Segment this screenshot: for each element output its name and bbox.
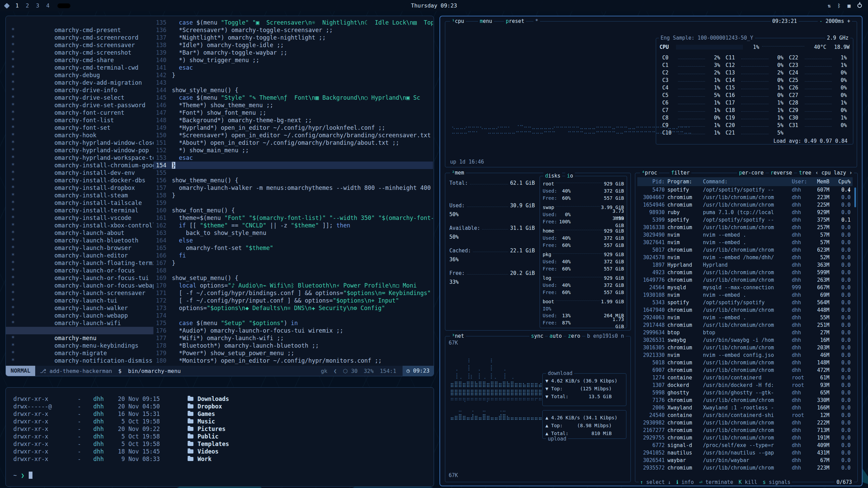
- process-row[interactable]: 1647940 chromium /usr/lib/chromium/chrom…: [637, 306, 853, 314]
- screencast-icon[interactable]: ⇅: [828, 3, 831, 9]
- file-list-item[interactable]: *omarchy-notification-dismiss: [6, 349, 153, 357]
- net-zero-toggle[interactable]: zero: [566, 333, 582, 339]
- file-list-item[interactable]: *omarchy-launch-floating-terminal-: [6, 252, 153, 259]
- file-list-item[interactable]: *omarchy-lock-screen: [6, 319, 153, 327]
- code-line[interactable]: 165 omarchy-font-set "$theme": [153, 244, 433, 252]
- process-row[interactable]: 24540 containe /usr/bin/containerd-shi r…: [637, 412, 853, 419]
- process-row[interactable]: 2917448 chromium /usr/lib/chromium/chrom…: [637, 321, 853, 329]
- code-line[interactable]: 139 *Bar*) omarchy-toggle-waybar ;;: [153, 49, 433, 56]
- code-line[interactable]: 161 theme=$(menu "Font" "$(omarchy-font-…: [153, 214, 433, 222]
- process-row[interactable]: 3024578 nvim nvim --embed /home/dhh/ dhh…: [637, 254, 853, 261]
- process-row[interactable]: 3029490 nvim nvim --embed . dhh 57M 0.0: [637, 231, 853, 239]
- code-line[interactable]: 154}: [153, 162, 433, 169]
- file-list-item[interactable]: *omarchy-install-vscode: [6, 207, 153, 214]
- workspace-button[interactable]: 1: [14, 2, 20, 9]
- process-row[interactable]: 3026541 waybar /usr/bin/waybar dhh 67M 0…: [637, 457, 853, 464]
- code-line[interactable]: 172 [ -f ~/.config/hypr/input.conf ] && …: [153, 297, 433, 304]
- code-line[interactable]: 146 *Theme*) show_theme_menu ;;: [153, 101, 433, 109]
- shell-prompt[interactable]: ~ ❯: [13, 472, 434, 479]
- file-list-item[interactable]: *omarchy-cmd-present: [6, 19, 153, 26]
- code-line[interactable]: 180 *Monitors*) open_in_editor ~/.config…: [153, 357, 433, 364]
- code-line[interactable]: 138 *Idle*) omarchy-toggle-idle ;;: [153, 41, 433, 49]
- footer-hint[interactable]: K kill: [739, 479, 757, 486]
- file-list-item[interactable]: *omarchy-drive-set-password: [6, 94, 153, 101]
- code-line[interactable]: 167}: [153, 259, 433, 267]
- file-list-item[interactable]: *omarchy-launch-wifi: [6, 312, 153, 319]
- process-row[interactable]: 7176 chromium /usr/lib/chromium/chrom dh…: [637, 396, 853, 404]
- code-line[interactable]: 171 [ -f ~/.config/hypr/bindings.conf ] …: [153, 289, 433, 297]
- process-row[interactable]: 2941052 nautilus /usr/bin/nautilus --gap…: [637, 449, 853, 457]
- file-list-item[interactable]: *omarchy-cmd-screenrecord: [6, 26, 153, 34]
- file-list-item[interactable]: *omarchy-launch-browser: [6, 237, 153, 244]
- code-line[interactable]: 156show_theme_menu() {: [153, 177, 433, 184]
- tab-cpu[interactable]: ¹cpu: [450, 18, 466, 25]
- process-row[interactable]: 1274 containe /usr/bin/containerd root 6…: [637, 374, 853, 381]
- net-auto-toggle[interactable]: auto: [548, 333, 564, 339]
- code-line[interactable]: 155: [153, 169, 433, 177]
- process-row[interactable]: 1654946 chromium /usr/lib/chromium/chrom…: [637, 201, 853, 209]
- preset-button[interactable]: preset: [504, 18, 526, 25]
- code-line[interactable]: 170 local options="♪ Audio\n⌁ Wifi\nᛒ Bl…: [153, 282, 433, 289]
- editor-terminal-window[interactable]: *omarchy-cmd-present *omarchy-cmd-screen…: [5, 16, 434, 376]
- code-line[interactable]: 141 esac: [153, 64, 433, 71]
- update-interval-control[interactable]: - 2000ms +: [818, 18, 852, 25]
- file-list-item[interactable]: *omarchy-cmd-terminal-cwd: [6, 56, 153, 64]
- process-row[interactable]: 6907 chromium /usr/lib/chromium/chrom dh…: [637, 366, 853, 374]
- tab-proc[interactable]: ⁴proc: [640, 169, 659, 176]
- file-list-item[interactable]: *omarchy-install-steam: [6, 184, 153, 192]
- process-row[interactable]: 98930 ruby puma 7.1.0 (tcp://local dhh 9…: [637, 209, 853, 216]
- process-row[interactable]: 4923 chromium /usr/lib/chromium/chrom dh…: [637, 269, 853, 276]
- code-line[interactable]: 178 *Bluetooth*) omarchy-launch-bluetoot…: [153, 342, 433, 349]
- code-line[interactable]: 174: [153, 312, 433, 319]
- process-row[interactable]: 2999634 btop btop dhh 27M 0.0: [637, 329, 853, 336]
- file-list-item[interactable]: *omarchy-launch-about: [6, 222, 153, 229]
- process-row[interactable]: 6772 signal-d /proc/self/exe --type=r dh…: [637, 442, 853, 449]
- process-row[interactable]: 5017 chromium /usr/lib/chromium/chrom dh…: [637, 246, 853, 254]
- code-line[interactable]: 140 *) show_trigger_menu ;;: [153, 56, 433, 64]
- file-list-item[interactable]: *omarchy-launch-walker: [6, 297, 153, 304]
- tree-toggle[interactable]: tree: [797, 169, 813, 176]
- os-logo-icon[interactable]: [4, 3, 10, 9]
- footer-hint[interactable]: ℹ info: [676, 479, 694, 486]
- process-row[interactable]: 2921330 nvim nvim --embed config.jso dhh…: [637, 351, 853, 359]
- footer-hint[interactable]: ↑ select ↓: [640, 479, 671, 486]
- file-list-item[interactable]: *omarchy-launch-editor: [6, 244, 153, 252]
- code-line[interactable]: 162 if [[ "$theme" == "CNCLD" || -z "$th…: [153, 222, 433, 229]
- footer-hint[interactable]: s signals: [763, 479, 790, 486]
- tab-mem[interactable]: ²mem: [450, 169, 466, 176]
- net-interface[interactable]: b enp191s0 n: [585, 333, 626, 339]
- process-row[interactable]: 5018 chromium /usr/lib/chromium/chrom dh…: [637, 359, 853, 366]
- per-core-toggle[interactable]: per-core: [737, 169, 765, 176]
- process-row[interactable]: 3016305 chromium /usr/lib/chromium/chrom…: [637, 344, 853, 351]
- file-list-item[interactable]: *omarchy-font-set: [6, 116, 153, 124]
- code-line[interactable]: 168: [153, 267, 433, 274]
- file-list-item[interactable]: *omarchy-menu-keybindings: [6, 334, 153, 342]
- file-list-item[interactable]: *omarchy-hyprland-window-close-all: [6, 131, 153, 139]
- process-row[interactable]: 2006 Xwayland Xwayland :1 -rootless - dh…: [637, 404, 853, 412]
- process-row[interactable]: 1897 Hyprland Hyprland dhh 363M 0.0: [637, 261, 853, 269]
- filter-button[interactable]: filter: [669, 169, 691, 176]
- file-list-item[interactable]: *omarchy-font-list: [6, 109, 153, 116]
- code-line[interactable]: 159: [153, 199, 433, 207]
- file-list-item[interactable]: *omarchy-install-chromium-google-a: [6, 154, 153, 162]
- file-list-item[interactable]: *omarchy-install-tailscale: [6, 192, 153, 199]
- file-list-item[interactable]: *omarchy-launch-tui: [6, 289, 153, 297]
- tray-icon[interactable]: ▦: [847, 3, 851, 9]
- process-row[interactable]: 5470 spotify /opt/spotify/spotify -- dhh…: [637, 186, 853, 194]
- file-list-item[interactable]: *omarchy-launch-or-focus: [6, 259, 153, 267]
- workspace-button[interactable]: 4: [45, 2, 51, 9]
- code-line[interactable]: 144show_style_menu() {: [153, 86, 433, 94]
- file-list-item[interactable]: *omarchy-install-dev-env: [6, 162, 153, 169]
- file-listing-terminal-window[interactable]: drwxr-xr-x - dhh 20 Nov 09:15 Downloads …: [5, 387, 434, 487]
- code-line[interactable]: 147 *Font*) show_font_menu ;;: [153, 109, 433, 116]
- code-line[interactable]: 152 *) show_main_menu ;;: [153, 147, 433, 154]
- code-line[interactable]: 179 *Power*) show_setup_power_menu ;;: [153, 349, 433, 357]
- reverse-toggle[interactable]: reverse: [769, 169, 794, 176]
- code-line[interactable]: 148 *Background*) omarchy-theme-bg-next …: [153, 116, 433, 124]
- file-list-item[interactable]: *omarchy-launch-webapp: [6, 304, 153, 312]
- tab-disks[interactable]: disks: [543, 172, 562, 179]
- workspace-button[interactable]: 3: [35, 2, 40, 9]
- code-line[interactable]: 137 *Nightlight*) omarchy-toggle-nightli…: [153, 34, 433, 41]
- process-row[interactable]: 1307 dockerd /usr/bin/dockerd -H fd: roo…: [637, 381, 853, 389]
- file-list-item[interactable]: *omarchy-cmd-screensaver: [6, 34, 153, 41]
